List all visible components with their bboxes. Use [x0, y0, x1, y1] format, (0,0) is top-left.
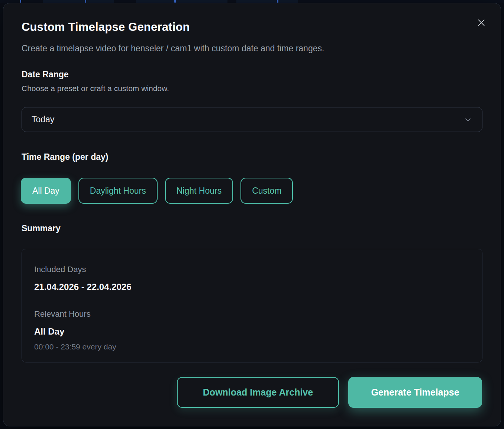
- time-option-daylight-hours[interactable]: Daylight Hours: [78, 178, 158, 204]
- close-icon: [476, 18, 486, 28]
- close-button[interactable]: [475, 17, 487, 29]
- generate-timelapse-button[interactable]: Generate Timelapse: [348, 377, 482, 408]
- relevant-hours-note: 00:00 - 23:59 every day: [34, 342, 116, 351]
- timelapse-generation-dialog: Custom Timelapse Generation Create a tim…: [3, 3, 501, 426]
- date-range-selected-value: Today: [32, 114, 54, 125]
- time-option-custom[interactable]: Custom: [240, 178, 293, 204]
- summary-heading: Summary: [22, 223, 61, 233]
- download-image-archive-button[interactable]: Download Image Archive: [177, 377, 339, 408]
- background-tab-text-fragment: [277, 0, 278, 3]
- background-tab-text-fragment: [20, 0, 21, 3]
- dialog-subtitle: Create a timelapse video for henseler / …: [22, 43, 324, 54]
- included-days-label: Included Days: [34, 265, 86, 274]
- time-option-all-day[interactable]: All Day: [21, 178, 71, 204]
- time-range-heading: Time Range (per day): [22, 152, 108, 162]
- relevant-hours-value: All Day: [34, 326, 64, 337]
- relevant-hours-label: Relevant Hours: [34, 309, 91, 319]
- background-tab-text-fragment: [174, 0, 176, 3]
- included-days-value: 21.04.2026 - 22.04.2026: [34, 282, 132, 292]
- dialog-title: Custom Timelapse Generation: [22, 20, 190, 34]
- summary-panel: Included Days 21.04.2026 - 22.04.2026 Re…: [22, 249, 482, 362]
- date-range-description: Choose a preset or craft a custom window…: [22, 84, 169, 93]
- time-range-option-group: All Day Daylight Hours Night Hours Custo…: [21, 178, 293, 204]
- dialog-footer: Download Image Archive Generate Timelaps…: [177, 377, 482, 408]
- background-tab-text-fragment: [85, 0, 86, 3]
- chevron-down-icon: [463, 115, 472, 124]
- date-range-heading: Date Range: [22, 70, 69, 80]
- time-option-night-hours[interactable]: Night Hours: [165, 178, 233, 204]
- date-range-preset-select[interactable]: Today: [22, 107, 482, 132]
